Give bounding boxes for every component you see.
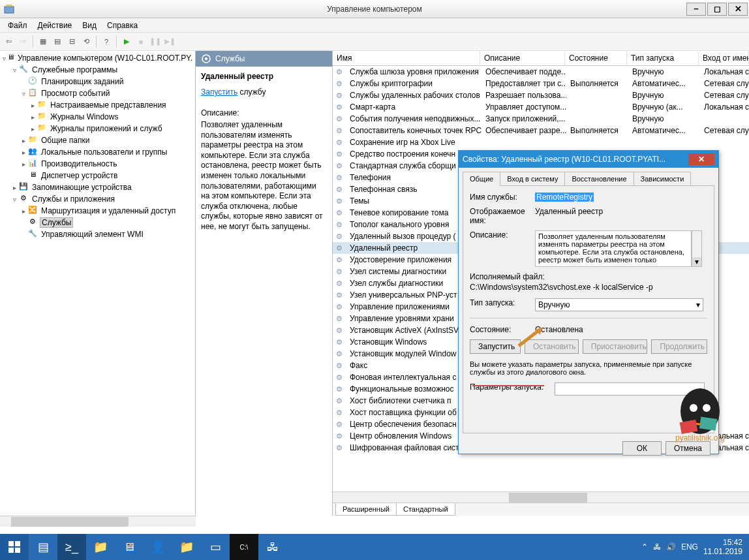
lbl-service-name: Имя службы: <box>470 193 535 202</box>
tab-standard[interactable]: Стандартный <box>396 503 455 516</box>
gear-icon: ⚙ <box>334 161 344 171</box>
gear-icon: ⚙ <box>334 419 344 429</box>
restart-icon[interactable]: ▶❚ <box>164 36 176 48</box>
start-params-input[interactable] <box>555 382 705 396</box>
start-button[interactable] <box>0 534 29 560</box>
svg-rect-11 <box>15 541 20 546</box>
gear-icon: ⚙ <box>334 231 344 241</box>
gear-icon: ⚙ <box>334 67 344 77</box>
maximize-button[interactable]: ◻ <box>707 3 727 16</box>
ok-button[interactable]: ОК <box>622 441 662 456</box>
cancel-button[interactable]: Отмена <box>665 441 711 456</box>
tray-up-icon[interactable]: ⌃ <box>641 542 648 552</box>
tray-network-icon[interactable]: 🖧 <box>653 542 661 552</box>
menu-help[interactable]: Справка <box>102 20 143 31</box>
h-scrollbar[interactable] <box>333 491 749 503</box>
gear-icon: ⚙ <box>334 349 344 359</box>
gear-icon: ⚙ <box>334 90 344 101</box>
tree-item[interactable]: ▸📁Настраиваемые представления <box>1 99 194 111</box>
minimize-button[interactable]: − <box>686 3 706 16</box>
refresh-icon[interactable]: ⊟ <box>66 36 78 48</box>
col-state[interactable]: Состояние <box>565 51 627 65</box>
taskbar-app1[interactable]: 🖥 <box>115 534 144 560</box>
tab-recovery[interactable]: Восстановление <box>564 172 634 186</box>
tree-item[interactable]: 🔧Управляющий элемент WMI <box>1 228 194 240</box>
tree-item[interactable]: ▸📁Общие папки <box>1 134 194 146</box>
tab-extended[interactable]: Расширенный <box>335 503 397 516</box>
stop-icon[interactable]: ■ <box>135 36 147 48</box>
selected-service-name: Удаленный реестр <box>201 72 327 81</box>
gear-icon: ⚙ <box>334 102 344 112</box>
pause-icon[interactable]: ❚❚ <box>149 36 161 48</box>
col-start[interactable]: Тип запуска <box>627 51 699 65</box>
taskbar-app3[interactable]: 📁 <box>172 534 201 560</box>
tree-item[interactable]: ▸👥Локальные пользователи и группы <box>1 146 194 158</box>
tree-h-scrollbar[interactable] <box>0 516 196 527</box>
val-state: Остановлена <box>535 325 707 334</box>
taskbar-app2[interactable]: 👤 <box>144 534 172 560</box>
tab-logon[interactable]: Вход в систему <box>500 172 565 186</box>
menu-file[interactable]: Файл <box>3 20 33 31</box>
tray-sound-icon[interactable]: 🔊 <box>666 542 676 552</box>
taskbar-cmd[interactable]: C:\ <box>230 534 258 560</box>
gear-icon: ⚙ <box>334 278 344 288</box>
tree-item[interactable]: ▸📁Журналы приложений и служб <box>1 123 194 134</box>
window-title: Управление компьютером <box>327 5 421 14</box>
gear-icon: ⚙ <box>334 208 344 218</box>
show-hide-icon[interactable]: ▦ <box>37 36 49 48</box>
detail-title: Службы <box>215 54 245 63</box>
tree-item[interactable]: ▸📊Производительность <box>1 158 194 170</box>
play-icon[interactable]: ▶ <box>121 36 132 48</box>
tree-item[interactable]: ▸📁Журналы Windows <box>1 111 194 123</box>
tree-item[interactable]: ▿📋Просмотр событий <box>1 87 194 99</box>
props-icon[interactable]: ▤ <box>52 36 63 48</box>
chevron-down-icon: ▾ <box>696 300 700 309</box>
col-login[interactable]: Вход от имен <box>699 51 749 65</box>
close-button[interactable]: ✕ <box>728 3 748 16</box>
tree-root[interactable]: ▿🖥 Управление компьютером (W10-CL01.ROOT… <box>1 52 194 64</box>
gear-icon: ⚙ <box>334 372 344 382</box>
dialog-title-bar[interactable]: Свойства: Удаленный реестр (W10-CL01.ROO… <box>459 151 718 168</box>
taskbar-mmc[interactable]: 🖧 <box>258 534 287 560</box>
menu-action[interactable]: Действие <box>33 20 78 31</box>
tree-item[interactable]: ▿🔧Служебные программы <box>1 64 194 76</box>
back-icon[interactable]: ⇦ <box>3 36 14 48</box>
tree-item[interactable]: ▸💾Запоминающие устройства <box>1 181 194 193</box>
svg-rect-10 <box>8 541 14 546</box>
forward-icon[interactable]: ⇨ <box>17 36 29 48</box>
gear-icon: ⚙ <box>334 384 344 394</box>
start-button[interactable]: Запустить <box>470 339 521 354</box>
tree-item[interactable]: 🖥Диспетчер устройств <box>1 170 194 181</box>
gear-icon: ⚙ <box>334 78 344 89</box>
desc-scrollbar[interactable]: ▾ <box>692 230 702 267</box>
svg-rect-1 <box>6 5 12 7</box>
taskbar-server-manager[interactable]: ▤ <box>29 534 57 560</box>
tree-item[interactable]: ▿⚙Службы и приложения <box>1 193 194 205</box>
taskbar-powershell[interactable]: ≥_ <box>57 534 86 560</box>
taskbar-app4[interactable]: ▭ <box>201 534 230 560</box>
tree-item[interactable]: ▸🔀Маршрутизация и удаленный доступ <box>1 205 194 217</box>
gear-icon: ⚙ <box>334 243 344 253</box>
val-service-name[interactable]: RemoteRegistry <box>535 193 594 202</box>
help-icon[interactable]: ? <box>100 36 112 48</box>
tree-item[interactable]: 🕐Планировщик заданий <box>1 76 194 87</box>
gear-icon: ⚙ <box>334 407 344 418</box>
gear-icon: ⚙ <box>334 313 344 324</box>
tab-deps[interactable]: Зависимости <box>634 172 692 186</box>
tray-clock[interactable]: 15:42 11.01.2019 <box>703 538 742 557</box>
startup-type-select[interactable]: Вручную ▾ <box>535 298 703 311</box>
menu-view[interactable]: Вид <box>77 20 102 31</box>
col-name[interactable]: Имя <box>333 51 480 65</box>
dialog-title: Свойства: Удаленный реестр (W10-CL01.ROO… <box>463 155 665 164</box>
tray-lang[interactable]: ENG <box>681 542 698 552</box>
start-service-link[interactable]: Запустить <box>201 87 237 97</box>
description-box[interactable]: Позволяет удаленным пользователям изменя… <box>535 230 692 267</box>
col-desc[interactable]: Описание <box>480 51 565 65</box>
console-tree[interactable]: ▿🖥 Управление компьютером (W10-CL01.ROOT… <box>0 51 196 516</box>
dialog-close-button[interactable]: ✕ <box>688 153 714 165</box>
taskbar-explorer[interactable]: 📁 <box>86 534 115 560</box>
tree-item[interactable]: ⚙Службы <box>1 217 194 228</box>
export-icon[interactable]: ⟲ <box>80 36 92 48</box>
tab-general[interactable]: Общие <box>463 172 500 186</box>
gear-icon: ⚙ <box>334 137 344 148</box>
